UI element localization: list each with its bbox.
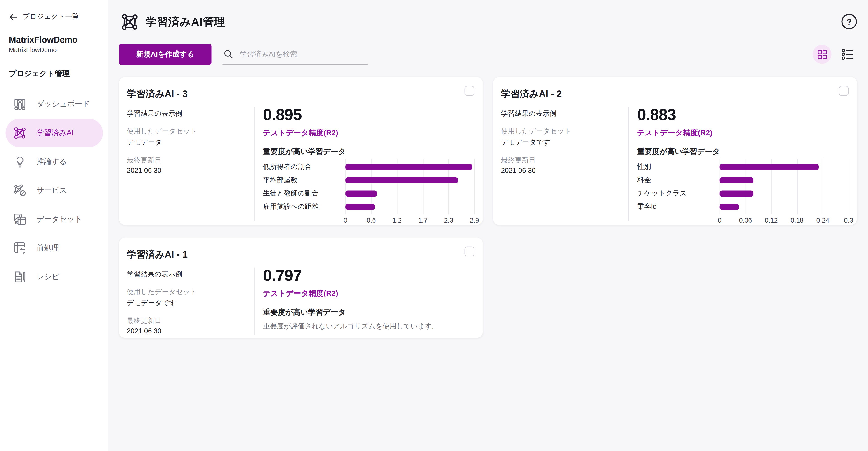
card-body: 学習結果の表示例 使用したデータセット デモデータです 最終更新日 2021 0… [501, 107, 848, 221]
back-to-projects-link[interactable]: プロジェクト一覧 [0, 0, 108, 22]
updated-label: 最終更新日 [127, 156, 254, 165]
app: プロジェクト一覧 MatrixFlowDemo MatrixFlowDemo プ… [0, 0, 868, 451]
dataset-icon: A [13, 213, 27, 226]
help-icon[interactable]: ? [841, 14, 857, 29]
chart-title: 重要度が高い学習データ [637, 147, 849, 157]
card-results: 0.895 テストデータ精度(R2) 重要度が高い学習データ 低所得者の割合 [255, 107, 474, 221]
chart-row: 乗客Id [637, 200, 849, 213]
sidebar-item-dashboard[interactable]: ダッシュボード [5, 90, 103, 119]
importance-bar-chart: 性別 料金 チケットクラス [637, 160, 849, 225]
trained-ai-icon [13, 126, 27, 140]
search-input[interactable] [240, 50, 366, 58]
card-checkbox[interactable] [465, 246, 474, 257]
card-title: 学習済みAI - 3 [127, 88, 474, 100]
dataset-label: 使用したデータセット [127, 127, 254, 137]
dataset-value: デモデータ [127, 138, 254, 148]
sidebar-item-datasets[interactable]: A データセット [5, 205, 103, 234]
bar-track [720, 204, 849, 210]
metric-label: テストデータ精度(R2) [637, 128, 849, 138]
card-title: 学習済みAI - 2 [501, 88, 848, 100]
dataset-value: デモデータです [501, 138, 628, 148]
updated-label: 最終更新日 [127, 316, 254, 326]
svg-text:A: A [15, 220, 18, 225]
card-checkbox[interactable] [465, 86, 474, 96]
sidebar-item-label: ダッシュボード [37, 99, 90, 109]
updated-value: 2021 06 30 [501, 167, 628, 174]
sidebar-item-label: データセット [37, 214, 82, 224]
list-icon [841, 48, 854, 60]
bar [720, 190, 753, 196]
card-body: 学習結果の表示例 使用したデータセット デモデータです 最終更新日 2021 0… [127, 268, 474, 335]
bar-label: 乗客Id [637, 202, 720, 211]
bar-label: 料金 [637, 175, 720, 185]
view-toggles [813, 45, 857, 64]
service-network-icon [13, 184, 27, 197]
sidebar-item-inference[interactable]: 推論する [5, 147, 103, 176]
chart-row: 料金 [637, 174, 849, 187]
metric-value: 0.797 [263, 268, 474, 283]
chart-title: 重要度が高い学習データ [263, 307, 474, 317]
metric-value: 0.883 [637, 107, 849, 123]
chart-row: 生徒と教師の割合 [263, 187, 474, 200]
sidebar-item-trained-ai[interactable]: 学習済みAI [5, 119, 103, 147]
page-title: 学習済みAI管理 [146, 14, 225, 29]
card-results: 0.797 テストデータ精度(R2) 重要度が高い学習データ 重要度が評価されな… [255, 268, 474, 335]
metric-value: 0.895 [263, 107, 474, 123]
card-checkbox[interactable] [839, 86, 848, 96]
card-body: 学習結果の表示例 使用したデータセット デモデータ 最終更新日 2021 06 … [127, 107, 474, 221]
back-arrow-icon [9, 12, 18, 21]
page-header: 学習済みAI管理 ? [119, 0, 857, 32]
bar-label: 雇用施設への距離 [263, 202, 345, 211]
sidebar-section-title: プロジェクト管理 [0, 53, 108, 79]
chart-row: 平均部屋数 [263, 174, 474, 187]
importance-bar-chart: 低所得者の割合 平均部屋数 生徒と教師の割合 [263, 160, 474, 225]
list-view-toggle[interactable] [838, 45, 857, 64]
card-results: 0.883 テストデータ精度(R2) 重要度が高い学習データ 性別 [629, 107, 848, 221]
chart-x-axis: 0 0.6 1.2 1.7 2.3 2.9 [345, 217, 474, 225]
chart-row: 低所得者の割合 [263, 160, 474, 174]
search-box [222, 44, 368, 65]
sidebar: プロジェクト一覧 MatrixFlowDemo MatrixFlowDemo プ… [0, 0, 108, 451]
bar-track [720, 164, 849, 170]
bar [720, 204, 739, 210]
grid-icon [817, 49, 827, 60]
chart-row: 性別 [637, 160, 849, 174]
bar [720, 177, 754, 183]
grid-view-toggle[interactable] [813, 45, 831, 64]
bar [345, 177, 458, 183]
bar [345, 190, 377, 196]
card-subtitle: 学習結果の表示例 [501, 109, 628, 119]
chart-x-axis: 0 0.06 0.12 0.18 0.24 0.3 [720, 217, 849, 225]
bar-label: 低所得者の割合 [263, 162, 345, 172]
card-title: 学習済みAI - 1 [127, 248, 474, 261]
card-subtitle: 学習結果の表示例 [127, 109, 254, 119]
bar-label: 生徒と教師の割合 [263, 189, 345, 198]
trained-ai-card[interactable]: 学習済みAI - 1 学習結果の表示例 使用したデータセット デモデータです 最… [119, 238, 483, 338]
chart-title: 重要度が高い学習データ [263, 147, 474, 157]
bar-label: 性別 [637, 162, 720, 172]
bar [720, 164, 818, 170]
sidebar-item-preprocessing[interactable]: 前処理 [5, 234, 103, 262]
chart-row: 雇用施設への距離 [263, 200, 474, 213]
metric-label: テストデータ精度(R2) [263, 289, 474, 299]
card-meta: 学習結果の表示例 使用したデータセット デモデータです 最終更新日 2021 0… [501, 107, 629, 221]
dataset-value: デモデータです [127, 299, 254, 308]
main-content: 学習済みAI管理 ? 新規AIを作成する 学習済みAI - 3 [108, 0, 868, 451]
card-grid: 学習済みAI - 3 学習結果の表示例 使用したデータセット デモデータ 最終更… [119, 77, 857, 338]
sidebar-item-recipes[interactable]: レシピ [5, 263, 103, 291]
bar-track [345, 177, 474, 183]
trained-ai-card[interactable]: 学習済みAI - 2 学習結果の表示例 使用したデータセット デモデータです 最… [493, 77, 857, 225]
trained-ai-card[interactable]: 学習済みAI - 3 学習結果の表示例 使用したデータセット デモデータ 最終更… [119, 77, 483, 225]
bar [345, 164, 472, 170]
dataset-label: 使用したデータセット [127, 288, 254, 297]
sidebar-item-services[interactable]: サービス [5, 176, 103, 205]
metric-label: テストデータ精度(R2) [263, 128, 474, 138]
dataset-label: 使用したデータセット [501, 127, 628, 137]
create-new-ai-button[interactable]: 新規AIを作成する [119, 44, 212, 65]
bar [345, 204, 375, 210]
toolbar: 新規AIを作成する [119, 44, 857, 65]
bar-track [345, 204, 474, 210]
back-label: プロジェクト一覧 [23, 12, 79, 22]
updated-label: 最終更新日 [501, 156, 628, 165]
bar-track [345, 190, 474, 196]
